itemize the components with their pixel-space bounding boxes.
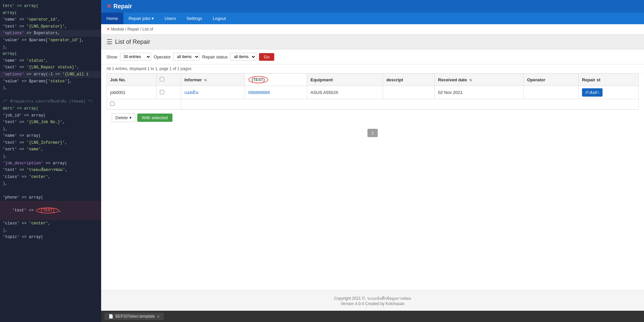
cell-extra-empty bbox=[181, 99, 638, 110]
code-line: 'options' => array(-1 => '{LNG_all i bbox=[0, 71, 101, 78]
code-line: ), bbox=[0, 126, 101, 133]
code-line: ), bbox=[0, 227, 101, 234]
code-line: 'class' => 'center', bbox=[0, 174, 101, 181]
code-line: 'text' => '{LNG_Operator}', bbox=[0, 23, 101, 30]
code-line: ), bbox=[0, 85, 101, 92]
informer-link[interactable]: แอดมิน bbox=[184, 90, 198, 95]
cell-descript bbox=[383, 86, 434, 99]
operator-select[interactable]: all items bbox=[173, 53, 200, 61]
breadcrumb-x-icon: ✕ bbox=[106, 27, 110, 32]
brand-x-icon: ✕ bbox=[106, 3, 111, 10]
code-line: 'text' => '{LNG_Informer}', bbox=[0, 139, 101, 146]
cell-repair-status: กำลังดำ bbox=[578, 86, 638, 99]
page-title-bar: ☰ List of Repair bbox=[101, 35, 644, 49]
col-repair-status[interactable]: Repair st bbox=[578, 74, 638, 86]
row-checkbox[interactable] bbox=[160, 90, 164, 94]
code-line: 'topic' => array( bbox=[0, 234, 101, 241]
test-link[interactable]: 088888888 bbox=[248, 90, 270, 95]
col-test: {TEST} bbox=[245, 74, 307, 86]
cell-operator bbox=[524, 86, 579, 99]
code-line: 'class' => 'center', bbox=[0, 220, 101, 227]
col-equipment[interactable]: Equipment bbox=[307, 74, 383, 86]
show-label: Show bbox=[106, 54, 117, 59]
breadcrumb-path: Module / Repair / List of bbox=[111, 27, 153, 32]
file-icon: 📄 bbox=[108, 314, 113, 319]
code-line: array( bbox=[0, 50, 101, 57]
cell-extra-checkbox[interactable] bbox=[107, 99, 181, 110]
cell-job-no: job0001 bbox=[107, 86, 157, 99]
brand-name: Repair bbox=[113, 3, 132, 10]
col-informer[interactable]: Informer ⇅ bbox=[181, 74, 245, 86]
nav-item-settings[interactable]: Settings bbox=[181, 13, 207, 24]
app-nav: Home Repair jobs ▾ Users Settings Logout bbox=[101, 13, 644, 24]
code-line: ders' => array( bbox=[0, 105, 101, 112]
code-line: 'text' => '{LNG_Job No.}', bbox=[0, 119, 101, 126]
code-line: ), bbox=[0, 180, 101, 187]
table-area: Job No. Informer ⇅ {TEST} bbox=[101, 73, 644, 290]
code-editor: ters' => array( array( 'name' => 'operat… bbox=[0, 0, 101, 322]
filename: BEP20Token.template bbox=[115, 314, 155, 319]
code-line: 'value' => $params['operator_id'], bbox=[0, 37, 101, 44]
col-operator[interactable]: Operator bbox=[524, 74, 579, 86]
delete-button[interactable]: Delete ▾ bbox=[112, 113, 135, 122]
sort-informer-icon: ⇅ bbox=[204, 78, 207, 82]
breadcrumb: ✕ Module / Repair / List of bbox=[101, 24, 644, 35]
code-line: 'sort' => 'name', bbox=[0, 146, 101, 153]
repair-status-select[interactable]: all items bbox=[230, 53, 256, 61]
operator-label: Operator bbox=[154, 54, 171, 59]
code-line: 'text' => '{LNG_Repair status}', bbox=[0, 64, 101, 71]
cell-equipment: ASUS A550JX bbox=[307, 86, 383, 99]
entries-select[interactable]: 30 entries 10 entries 25 entries 50 entr… bbox=[120, 53, 151, 61]
code-line: ters' => array( bbox=[0, 3, 101, 10]
sort-date-icon: ⇅ bbox=[469, 78, 472, 82]
list-icon: ☰ bbox=[106, 38, 112, 46]
col-job-no[interactable]: Job No. bbox=[107, 74, 157, 86]
go-button[interactable]: Go bbox=[259, 53, 274, 61]
delete-dropdown-icon: ▾ bbox=[129, 115, 132, 120]
footer-copyright: Copyright 2021 ©, ระบบบันทึกข้อมูลงานซ่อ… bbox=[106, 295, 639, 301]
action-bar: Delete ▾ With selected bbox=[106, 110, 639, 125]
nav-item-users[interactable]: Users bbox=[159, 13, 181, 24]
app-header: ✕ Repair bbox=[101, 0, 644, 13]
test-badge: {TEST} bbox=[248, 76, 268, 83]
col-descript[interactable]: descript bbox=[383, 74, 434, 86]
code-line: 'text' => '{TEST}', bbox=[0, 201, 101, 220]
code-line: 'value' => $params['status'], bbox=[0, 78, 101, 85]
cell-checkbox[interactable] bbox=[156, 86, 181, 99]
main-content: ✕ Module / Repair / List of ☰ List of Re… bbox=[101, 24, 644, 322]
file-close-icon[interactable]: ∧ bbox=[157, 314, 160, 319]
with-selected-button[interactable]: With selected bbox=[137, 114, 172, 122]
select-all-checkbox[interactable] bbox=[160, 77, 164, 81]
nav-item-home[interactable]: Home bbox=[101, 13, 123, 24]
nav-item-repair-jobs[interactable]: Repair jobs ▾ bbox=[123, 13, 160, 24]
app-brand: ✕ Repair bbox=[106, 3, 132, 10]
extra-checkbox[interactable] bbox=[110, 102, 114, 106]
repair-table: Job No. Informer ⇅ {TEST} bbox=[106, 73, 639, 110]
page-1-button[interactable]: 1 bbox=[367, 129, 378, 137]
code-line: 'name' => array( bbox=[0, 132, 101, 139]
code-line: 'name' => 'operator_id', bbox=[0, 16, 101, 23]
col-received-date[interactable]: Received date ⇅ bbox=[435, 74, 524, 86]
code-line: 'job_description' => array( bbox=[0, 160, 101, 167]
code-line: 'text' => 'รายละเอียดการซ่อม', bbox=[0, 167, 101, 174]
col-checkbox-all[interactable] bbox=[156, 74, 181, 86]
cell-received-date: 02 Nov 2021 bbox=[435, 86, 524, 99]
page-title: List of Repair bbox=[115, 39, 150, 45]
repair-status-button[interactable]: กำลังดำ bbox=[582, 88, 603, 97]
footer-version: Version 4.0.4 Created by Kotchasan bbox=[106, 301, 639, 306]
cell-informer: แอดมิน bbox=[181, 86, 245, 99]
code-line bbox=[0, 187, 101, 194]
file-item: 📄 BEP20Token.template ∧ bbox=[104, 313, 164, 320]
repair-status-label: Repair status bbox=[202, 54, 228, 59]
filter-bar: Show 30 entries 10 entries 25 entries 50… bbox=[101, 49, 644, 64]
nav-item-logout[interactable]: Logout bbox=[207, 13, 231, 24]
bottom-bar: 📄 BEP20Token.template ∧ bbox=[101, 311, 644, 322]
cell-test: 088888888 bbox=[245, 86, 307, 99]
app-footer: Copyright 2021 ©, ระบบบันทึกข้อมูลงานซ่อ… bbox=[101, 290, 644, 311]
table-row-extra bbox=[107, 99, 639, 110]
table-row: job0001 แอดมิน 088888888 ASUS A550JX 02 … bbox=[107, 86, 639, 99]
pagination: 1 bbox=[106, 125, 639, 140]
code-line: ), bbox=[0, 153, 101, 160]
code-line: 'options' => $operators, bbox=[0, 30, 101, 37]
code-line: 'phone' => array( bbox=[0, 194, 101, 201]
